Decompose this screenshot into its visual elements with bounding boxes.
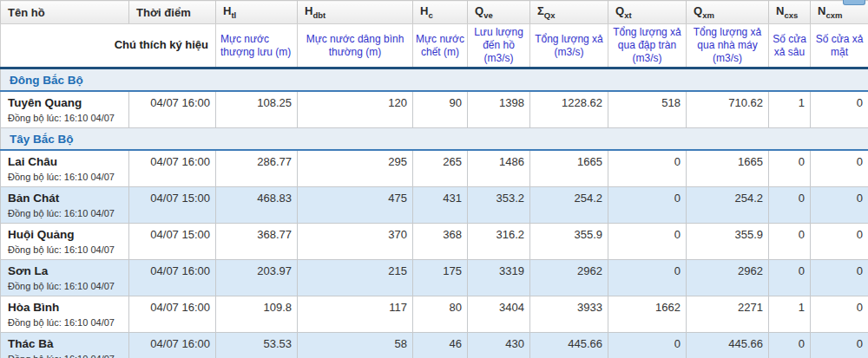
cell-ncxs: 0 (769, 187, 811, 224)
cell-hdbt: 295 (298, 150, 413, 187)
section-row-dong-bac-bo: Đông Bắc Bộ (1, 68, 868, 92)
section-title: Đông Bắc Bộ (1, 68, 868, 92)
header-symbols-row: Tên hồ Thời điểm Htl Hdbt Hc Qve ΣQx Qxt… (1, 1, 868, 24)
reservoir-name-cell: Tuyên Quang Đồng bộ lúc: 16:10 04/07 (1, 91, 129, 128)
cell-qxt: 0 (608, 333, 687, 358)
cell-qxt: 0 (608, 187, 687, 224)
cell-time: 04/07 16:00 (129, 296, 216, 333)
cell-hdbt: 120 (298, 91, 413, 128)
cell-hdbt: 117 (298, 296, 413, 333)
reservoir-name: Lai Châu (8, 154, 123, 170)
col-header-hc: Hc (413, 1, 468, 24)
cell-sqx: 1665 (530, 150, 608, 187)
legend-label: Chú thích ký hiệu (1, 24, 216, 68)
cell-hc: 46 (413, 333, 468, 358)
reservoir-name-cell: Hòa Bình Đồng bộ lúc: 16:10 04/07 (1, 296, 129, 333)
cell-time: 04/07 15:00 (129, 224, 216, 260)
cell-qxm: 1665 (687, 150, 769, 187)
cell-time: 04/07 15:00 (129, 187, 216, 224)
header-legend-row: Chú thích ký hiệu Mực nước thượng lưu (m… (1, 24, 868, 68)
cell-time: 04/07 16:00 (129, 260, 216, 296)
cell-ncxm: 0 (811, 224, 868, 260)
sync-time: Đồng bộ lúc: 16:10 04/07 (8, 172, 123, 182)
cell-ncxm: 0 (811, 260, 868, 296)
reservoir-table: Tên hồ Thời điểm Htl Hdbt Hc Qve ΣQx Qxt… (0, 0, 868, 358)
desc-qxt: Tổng lượng xả qua đập tràn (m3/s) (608, 24, 687, 68)
cell-qve: 1398 (468, 91, 530, 128)
cell-hdbt: 475 (298, 187, 413, 224)
cell-qxt: 0 (608, 260, 687, 296)
cell-ncxs: 0 (769, 260, 811, 296)
cell-hdbt: 58 (298, 333, 413, 358)
sync-time: Đồng bộ lúc: 16:10 04/07 (8, 244, 123, 255)
col-header-qxt: Qxt (608, 1, 687, 24)
sync-time: Đồng bộ lúc: 16:10 04/07 (8, 208, 123, 218)
cell-ncxs: 1 (769, 296, 811, 333)
scrollbar-thumb[interactable] (843, 0, 865, 5)
cell-ncxm: 0 (811, 187, 868, 224)
cell-time: 04/07 16:00 (129, 91, 216, 128)
cell-qxm: 710.62 (687, 91, 769, 128)
cell-qve: 430 (468, 333, 530, 358)
col-header-hdbt: Hdbt (298, 1, 413, 24)
cell-qxt: 0 (608, 224, 687, 260)
reservoir-row-lai-chau: Lai Châu Đồng bộ lúc: 16:10 04/07 04/07 … (1, 150, 868, 187)
cell-ncxs: 0 (769, 224, 811, 260)
cell-hdbt: 370 (298, 224, 413, 260)
cell-htl: 53.53 (216, 333, 298, 358)
col-header-thoi-diem: Thời điểm (129, 1, 216, 24)
desc-ncxs: Số cửa xả sâu (769, 24, 811, 68)
cell-sqx: 254.2 (530, 187, 608, 224)
cell-hc: 90 (413, 91, 468, 128)
sync-time: Đồng bộ lúc: 16:10 04/07 (8, 317, 123, 328)
reservoir-name-cell: Lai Châu Đồng bộ lúc: 16:10 04/07 (1, 150, 129, 187)
cell-qve: 316.2 (468, 224, 530, 260)
reservoir-name: Huội Quảng (8, 227, 123, 243)
cell-sqx: 355.9 (530, 224, 608, 260)
cell-qxm: 2962 (687, 260, 769, 296)
reservoir-name: Thác Bà (8, 336, 123, 352)
reservoir-name: Tuyên Quang (8, 95, 123, 111)
cell-ncxs: 1 (769, 91, 811, 128)
cell-qxt: 518 (608, 91, 687, 128)
cell-qxt: 1662 (608, 296, 687, 333)
col-header-qve: Qve (468, 1, 530, 24)
reservoir-name-cell: Sơn La Đồng bộ lúc: 16:10 04/07 (1, 260, 129, 296)
col-header-qxm: Qxm (687, 1, 769, 24)
cell-qve: 1486 (468, 150, 530, 187)
reservoir-row-thac-ba: Thác Bà Đồng bộ lúc: 16:10 04/07 04/07 1… (1, 333, 868, 358)
section-row-tay-bac-bo: Tây Bắc Bộ (1, 128, 868, 151)
desc-hc: Mực nước chết (m) (413, 24, 468, 68)
cell-qve: 3319 (468, 260, 530, 296)
cell-htl: 468.83 (216, 187, 298, 224)
cell-htl: 108.25 (216, 91, 298, 128)
col-header-htl: Htl (216, 1, 298, 24)
cell-ncxs: 0 (769, 150, 811, 187)
cell-hc: 368 (413, 224, 468, 260)
cell-hc: 431 (413, 187, 468, 224)
cell-htl: 286.77 (216, 150, 298, 187)
cell-hc: 80 (413, 296, 468, 333)
cell-time: 04/07 16:00 (129, 333, 216, 358)
reservoir-row-son-la: Sơn La Đồng bộ lúc: 16:10 04/07 04/07 16… (1, 260, 868, 296)
sync-time: Đồng bộ lúc: 16:10 04/07 (8, 354, 123, 358)
reservoir-row-huoi-quang: Huội Quảng Đồng bộ lúc: 16:10 04/07 04/0… (1, 224, 868, 260)
reservoir-name: Hòa Bình (8, 300, 123, 316)
sync-time: Đồng bộ lúc: 16:10 04/07 (8, 113, 123, 123)
desc-qxm: Tổng lượng xả qua nhà máy (m3/s) (687, 24, 769, 68)
cell-hc: 175 (413, 260, 468, 296)
desc-qve: Lưu lượng đến hồ (m3/s) (468, 24, 530, 68)
sync-time: Đồng bộ lúc: 16:10 04/07 (8, 281, 123, 291)
reservoir-row-tuyen-quang: Tuyên Quang Đồng bộ lúc: 16:10 04/07 04/… (1, 91, 868, 128)
cell-ncxm: 0 (811, 150, 868, 187)
cell-qxm: 2271 (687, 296, 769, 333)
reservoir-name-cell: Bản Chát Đồng bộ lúc: 16:10 04/07 (1, 187, 129, 224)
cell-qve: 3404 (468, 296, 530, 333)
section-title: Tây Bắc Bộ (1, 128, 868, 151)
desc-htl: Mực nước thượng lưu (m) (216, 24, 298, 68)
cell-sqx: 2962 (530, 260, 608, 296)
cell-qxm: 355.9 (687, 224, 769, 260)
cell-ncxs: 0 (769, 333, 811, 358)
reservoir-name-cell: Huội Quảng Đồng bộ lúc: 16:10 04/07 (1, 224, 129, 260)
reservoir-name: Bản Chát (8, 191, 123, 206)
